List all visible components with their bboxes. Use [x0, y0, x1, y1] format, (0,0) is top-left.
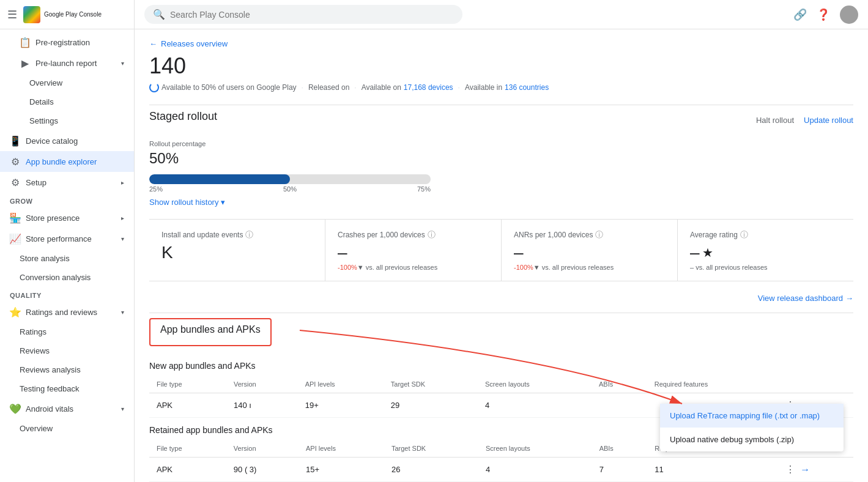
retained-col-target-sdk: Target SDK: [384, 440, 478, 458]
breadcrumb[interactable]: ← Releases overview: [149, 39, 853, 48]
dropdown-item-debug-symbols[interactable]: Upload native debug symbols (.zip): [660, 428, 844, 451]
sidebar-item-android-vitals[interactable]: 💚 Android vitals ▾: [0, 398, 134, 419]
metric-4-value: –: [690, 243, 700, 262]
view-release-dashboard-link[interactable]: View release dashboard →: [149, 289, 853, 308]
retained-col-file-type: File type: [149, 440, 226, 458]
divider-2: [149, 313, 853, 313]
new-apks-title: New app bundles and APKs: [149, 361, 853, 371]
metric-4-info-icon[interactable]: ⓘ: [740, 229, 748, 240]
setup-expand-icon: ▸: [121, 179, 124, 186]
update-rollout-button[interactable]: Update rollout: [804, 116, 853, 125]
metric-2-info-icon[interactable]: ⓘ: [428, 229, 436, 240]
progress-markers: 25% 50% 75%: [149, 185, 431, 193]
rollout-progress-container: 25% 50% 75%: [149, 174, 853, 193]
sidebar-item-store-analysis[interactable]: Store analysis: [0, 249, 134, 268]
sidebar-item-pre-launch[interactable]: ▶ Pre-launch report ▾: [0, 53, 134, 73]
show-rollout-label: Show rollout history: [149, 198, 218, 207]
sidebar-item-pre-registration[interactable]: 📋 Pre-registration: [0, 32, 134, 53]
android-vitals-expand-icon: ▾: [121, 406, 124, 412]
user-avatar[interactable]: [840, 6, 858, 24]
store-performance-icon: 📈: [10, 233, 21, 244]
link-icon[interactable]: 🔗: [793, 8, 807, 21]
dot-3: ·: [458, 83, 460, 92]
show-rollout-history-button[interactable]: Show rollout history ▾: [149, 198, 853, 207]
sidebar-item-device-catalog[interactable]: 📱 Device catalog: [0, 130, 134, 151]
new-row-version: 140 ı: [226, 393, 298, 418]
metric-3-change: -100%▼ vs. all previous releases: [514, 264, 665, 271]
col-actions: [778, 376, 853, 393]
sidebar-item-app-bundle-explorer[interactable]: ⚙ App bundle explorer: [0, 151, 134, 172]
dropdown-item-2-label: Upload native debug symbols (.zip): [670, 435, 794, 444]
metric-1-info-icon[interactable]: ⓘ: [245, 229, 253, 240]
device-catalog-icon: 📱: [10, 135, 21, 146]
metric-3-value: –: [514, 243, 524, 262]
marker-50: 50%: [283, 185, 297, 193]
retained-row-api: 15+: [299, 458, 384, 482]
store-presence-expand-icon: ▸: [121, 215, 124, 221]
ratings-icon: ⭐: [10, 306, 21, 317]
new-row-file-type: APK: [149, 393, 226, 418]
new-row-screen: 4: [478, 393, 592, 418]
search-input[interactable]: [170, 10, 454, 20]
view-dashboard-label: View release dashboard: [758, 294, 843, 303]
rollout-actions: Halt rollout Update rollout: [756, 116, 853, 125]
metric-4-label: Average rating: [690, 231, 738, 239]
sidebar-item-ratings-reviews[interactable]: ⭐ Ratings and reviews ▾: [0, 302, 134, 322]
release-meta: Available to 50% of users on Google Play…: [149, 83, 853, 92]
devices-link[interactable]: 17,168 devices: [404, 83, 453, 92]
metric-2-label: Crashes per 1,000 devices: [338, 231, 425, 239]
dropdown-item-1-label: Upload ReTrace mapping file (.txt or .ma…: [670, 411, 820, 420]
logo-area: Google Play Console: [23, 6, 102, 23]
sidebar-item-reviews[interactable]: Reviews: [0, 341, 134, 360]
sidebar-item-store-performance[interactable]: 📈 Store performance ▾: [0, 228, 134, 249]
col-abis: ABIs: [592, 376, 647, 393]
col-screen-layouts: Screen layouts: [478, 376, 592, 393]
setup-icon: ⚙: [10, 177, 21, 188]
metric-3-info-icon[interactable]: ⓘ: [595, 229, 603, 240]
metric-1-value: K: [161, 243, 173, 262]
retained-row-target-sdk: 26: [384, 458, 478, 482]
col-file-type: File type: [149, 376, 226, 393]
pre-launch-icon: ▶: [20, 57, 31, 69]
search-box[interactable]: 🔍: [144, 5, 462, 24]
hamburger-icon[interactable]: ☰: [7, 8, 17, 21]
new-row-api: 19+: [298, 393, 384, 418]
sidebar-item-overview[interactable]: Overview: [0, 73, 134, 92]
dot-1: ·: [302, 83, 303, 92]
metric-avg-rating: Average rating ⓘ – ★ – vs. all previous …: [678, 220, 853, 281]
retained-row-more-icon[interactable]: ⋮: [785, 464, 795, 475]
android-vitals-icon: 💚: [10, 403, 21, 414]
sidebar-item-ratings[interactable]: Ratings: [0, 322, 134, 341]
retained-row-actions: ⋮ →: [778, 458, 853, 482]
release-number: 140: [149, 53, 853, 79]
context-dropdown-menu: Upload ReTrace mapping file (.txt or .ma…: [660, 404, 844, 451]
ratings-expand-icon: ▾: [121, 309, 124, 316]
sidebar-item-vitals-overview[interactable]: Overview: [0, 419, 134, 438]
sidebar-item-reviews-analysis[interactable]: Reviews analysis: [0, 360, 134, 379]
retained-col-version: Version: [226, 440, 299, 458]
sidebar-item-details[interactable]: Details: [0, 92, 134, 111]
dropdown-item-retrace[interactable]: Upload ReTrace mapping file (.txt or .ma…: [660, 404, 844, 428]
metric-crashes: Crashes per 1,000 devices ⓘ – -100%▼ vs.…: [325, 220, 502, 281]
sidebar-item-store-presence[interactable]: 🏪 Store presence ▸: [0, 207, 134, 228]
retained-row-nav-arrow-icon[interactable]: →: [800, 464, 810, 475]
sidebar-item-setup[interactable]: ⚙ Setup ▸: [0, 172, 134, 193]
app-bundle-icon: ⚙: [10, 156, 21, 167]
sidebar-item-settings[interactable]: Settings: [0, 111, 134, 130]
released-on-text: Released on: [308, 83, 349, 92]
breadcrumb-arrow-icon: ←: [149, 39, 157, 48]
halt-rollout-button[interactable]: Halt rollout: [756, 116, 794, 125]
retained-col-api-levels: API levels: [299, 440, 384, 458]
sidebar-item-testing-feedback[interactable]: Testing feedback: [0, 379, 134, 398]
topbar: 🔍 🔗 ❓: [135, 0, 868, 29]
retained-col-screen-layouts: Screen layouts: [478, 440, 592, 458]
rollout-pct-value: 50%: [149, 150, 853, 167]
metric-1-label: Install and update events: [161, 231, 243, 239]
metric-install-events: Install and update events ⓘ K: [149, 220, 325, 281]
availability-spinner: [149, 83, 159, 92]
retained-row-file-type: APK: [149, 458, 226, 482]
sidebar-item-conversion-analysis[interactable]: Conversion analysis: [0, 268, 134, 287]
countries-link[interactable]: 136 countries: [505, 83, 549, 92]
help-icon[interactable]: ❓: [817, 8, 830, 21]
metric-3-label: ANRs per 1,000 devices: [514, 231, 593, 239]
